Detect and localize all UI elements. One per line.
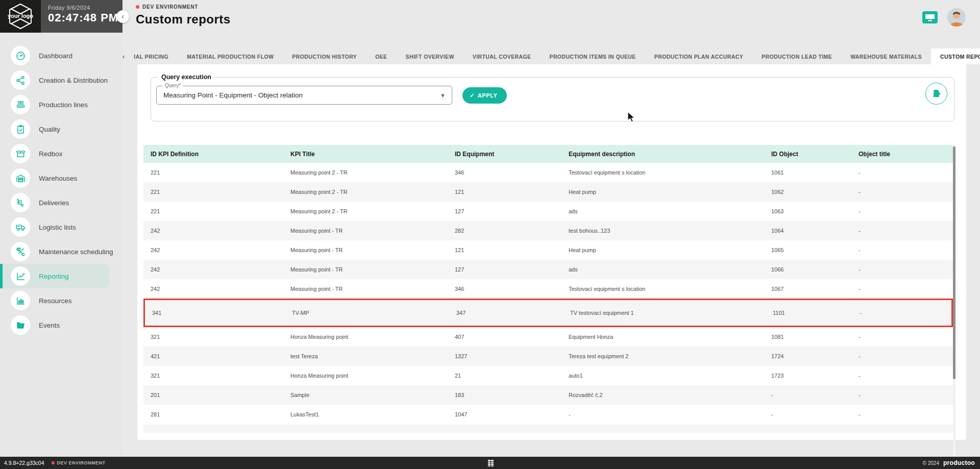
svg-text:your logo: your logo <box>8 13 33 19</box>
table-cell: - <box>851 373 953 379</box>
sidebar-item-logistic-lists[interactable]: Logistic lists <box>0 215 122 239</box>
tab-production-plan-accuracy[interactable]: PRODUCTION PLAN ACCURACY <box>645 48 752 64</box>
query-execution-section: Query execution Query* Measuring Point -… <box>151 73 954 121</box>
sidebar-item-maintenance-scheduling[interactable]: Maintenance scheduling <box>0 239 122 264</box>
tab-material-production-flow[interactable]: MATERIAL PRODUCTION FLOW <box>178 48 283 64</box>
table-row[interactable]: 421test Tereza1327Tereza test equipment … <box>143 347 953 366</box>
table-row[interactable]: 281LukasTest11047--- <box>143 405 953 424</box>
table-cell: - <box>851 353 953 359</box>
table-cell: - <box>851 411 953 417</box>
table-row[interactable]: 242Measuring point - TR282test bohous..1… <box>143 221 953 240</box>
current-time: 02:47:48 PM <box>48 11 122 24</box>
table-cell: TV testovací equipment 1 <box>563 310 766 316</box>
table-cell: test bohous..123 <box>561 228 764 234</box>
table-cell: ads <box>561 208 764 214</box>
table-cell: 183 <box>448 392 561 398</box>
table-cell: 407 <box>448 334 561 340</box>
sidebar-item-deliveries[interactable]: Deliveries <box>0 190 122 215</box>
productoo-logo: productoo <box>943 459 975 466</box>
tab-production-history[interactable]: PRODUCTION HISTORY <box>283 48 366 64</box>
table-cell: 421 <box>143 353 283 359</box>
user-avatar[interactable] <box>947 8 966 27</box>
footer-environment-label: DEV ENVIRONMENT <box>57 460 106 465</box>
grid-menu-icon[interactable] <box>488 460 494 466</box>
sidebar-item-label: Quality <box>39 126 60 133</box>
app-root: your logo Friday 9/6/2024 02:47:48 PM Da… <box>0 0 980 469</box>
table-row[interactable]: 221Measuring point 2 - TR127ads1063- <box>143 202 953 221</box>
table-cell: 121 <box>448 189 561 195</box>
tab-oee[interactable]: OEE <box>366 48 396 64</box>
sidebar-collapse-button[interactable]: ‹ <box>116 10 129 23</box>
table-cell: 1723 <box>764 373 851 379</box>
table-cell: - <box>851 286 953 292</box>
table-row[interactable]: 242Measuring point - TR346Testovací equi… <box>143 279 953 299</box>
tab-custom-reports[interactable]: CUSTOM REPORTS <box>931 48 980 64</box>
table-cell: Measuring point - TR <box>283 228 448 234</box>
table-cell: Testovací equipment s location <box>561 286 764 292</box>
table-cell: Measuring point - TR <box>283 286 448 292</box>
sidebar-item-label: Reporting <box>39 273 69 280</box>
table-row[interactable]: 321Honza Measuring point21auto11723- <box>143 366 953 385</box>
kiosk-display-button[interactable] <box>922 11 938 24</box>
table-cell: Heat pump <box>561 247 764 253</box>
tab-ial-pricing[interactable]: IAL PRICING <box>125 48 178 64</box>
table-cell: Tereza test equipment 2 <box>561 353 764 359</box>
distribution-icon <box>11 70 30 90</box>
events-folder-icon <box>11 315 30 335</box>
export-report-button[interactable] <box>925 83 947 105</box>
table-row[interactable]: 242Measuring point - TR127ads1066- <box>143 260 953 279</box>
table-cell: 346 <box>448 286 561 292</box>
file-export-icon <box>932 89 941 98</box>
column-header: ID Equipment <box>448 151 561 158</box>
tab-production-lead-time[interactable]: PRODUCTION LEAD TIME <box>752 48 841 64</box>
current-date: Friday 9/6/2024 <box>48 5 122 11</box>
table-cell: 1067 <box>764 286 851 292</box>
table-cell: test Tereza <box>283 353 448 359</box>
table-cell: Heat pump <box>561 189 764 195</box>
sidebar-header: your logo Friday 9/6/2024 02:47:48 PM <box>0 0 122 33</box>
table-cell: 1081 <box>764 334 851 340</box>
table-header-row: ID KPI DefinitionKPI TitleID EquipmentEq… <box>143 145 953 163</box>
sidebar-item-redbox[interactable]: Redbox <box>0 141 122 166</box>
sidebar-item-creation-distribution[interactable]: Creation & Distribution <box>0 68 122 92</box>
tab-shift-overview[interactable]: SHIFT OVERVIEW <box>397 48 463 64</box>
sidebar-item-label: Deliveries <box>39 199 69 207</box>
column-header: Object title <box>851 151 953 158</box>
table-cell: 127 <box>448 208 561 214</box>
table-row-highlighted[interactable]: 341TV-MP347TV testovací equipment 11101- <box>143 299 953 327</box>
report-tabbar: ‹ IAL PRICINGMATERIAL PRODUCTION FLOWPRO… <box>122 48 980 64</box>
table-cell: Equipment Honza <box>561 334 764 340</box>
app-version: 4.9.8+22.g33c04 <box>4 460 44 466</box>
table-cell: - <box>561 411 764 417</box>
sidebar-item-events[interactable]: Events <box>0 313 122 337</box>
table-cell: 242 <box>143 228 283 234</box>
tab-virtual-coverage[interactable]: VIRTUAL COVERAGE <box>463 48 541 64</box>
table-cell: 121 <box>448 247 561 253</box>
display-icon <box>922 11 938 24</box>
table-row[interactable]: 321Honza Measuring point407Equipment Hon… <box>143 327 953 347</box>
query-select[interactable]: Query* Measuring Point - Equipment - Obj… <box>156 86 452 105</box>
sidebar-item-label: Maintenance scheduling <box>39 248 113 256</box>
tab-production-items-in-queue[interactable]: PRODUCTION ITEMS IN QUEUE <box>540 48 645 64</box>
tab-warehouse-materials[interactable]: WAREHOUSE MATERIALS <box>841 48 931 64</box>
table-scrollbar-thumb[interactable] <box>953 146 955 379</box>
table-cell: - <box>851 334 953 340</box>
table-cell: 221 <box>143 169 283 176</box>
table-cell: Sample <box>283 392 448 398</box>
apply-button[interactable]: ✓ APPLY <box>462 87 507 104</box>
query-select-label: Query* <box>163 83 183 88</box>
table-row[interactable]: 201Sample183Rozvaděč č.2-- <box>143 385 953 405</box>
table-row[interactable]: 221Measuring point 2 - TR346Testovací eq… <box>143 163 953 182</box>
results-table: ID KPI DefinitionKPI TitleID EquipmentEq… <box>143 145 953 433</box>
table-cell: - <box>764 411 851 417</box>
sidebar-item-resources[interactable]: Resources <box>0 288 122 313</box>
sidebar-item-quality[interactable]: Quality <box>0 117 122 141</box>
company-logo[interactable]: your logo <box>0 0 41 33</box>
sidebar-item-warehouses[interactable]: Warehouses <box>0 166 122 190</box>
sidebar-item-reporting[interactable]: Reporting <box>0 264 109 288</box>
sidebar-item-dashboard[interactable]: Dashboard <box>0 43 122 68</box>
table-cell: 347 <box>449 310 563 316</box>
table-row[interactable]: 221Measuring point 2 - TR121Heat pump106… <box>143 182 953 202</box>
sidebar-item-production-lines[interactable]: Production lines <box>0 92 122 117</box>
table-row[interactable]: 242Measuring point - TR121Heat pump1065- <box>143 240 953 260</box>
